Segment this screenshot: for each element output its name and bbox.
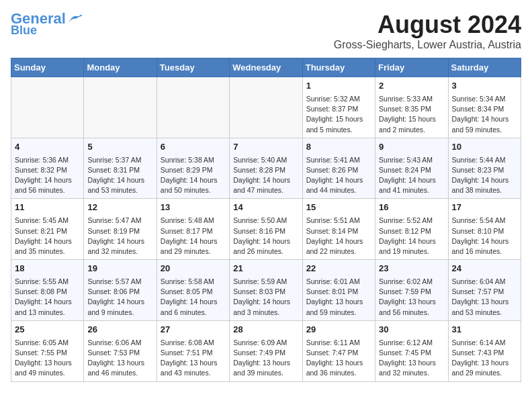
day-info: Sunrise: 5:47 AMSunset: 8:19 PMDaylight:…: [87, 216, 144, 255]
day-cell: 26Sunrise: 6:06 AMSunset: 7:53 PMDayligh…: [84, 320, 157, 381]
header-tuesday: Tuesday: [157, 58, 229, 77]
day-info: Sunrise: 5:33 AMSunset: 8:35 PMDaylight:…: [379, 95, 436, 134]
day-info: Sunrise: 6:09 AMSunset: 7:49 PMDaylight:…: [233, 338, 290, 377]
day-info: Sunrise: 5:37 AMSunset: 8:31 PMDaylight:…: [87, 156, 144, 195]
day-number: 21: [233, 263, 298, 275]
header-friday: Friday: [375, 58, 448, 77]
day-info: Sunrise: 6:05 AMSunset: 7:55 PMDaylight:…: [15, 338, 72, 377]
header-thursday: Thursday: [302, 58, 375, 77]
day-cell: 24Sunrise: 6:04 AMSunset: 7:57 PMDayligh…: [448, 260, 521, 321]
day-info: Sunrise: 5:32 AMSunset: 8:37 PMDaylight:…: [306, 95, 363, 134]
day-cell: 22Sunrise: 6:01 AMSunset: 8:01 PMDayligh…: [302, 260, 375, 321]
day-cell: [11, 77, 84, 138]
day-cell: 11Sunrise: 5:45 AMSunset: 8:21 PMDayligh…: [11, 199, 84, 260]
day-number: 9: [379, 141, 444, 154]
day-cell: 30Sunrise: 6:12 AMSunset: 7:45 PMDayligh…: [375, 320, 448, 381]
day-info: Sunrise: 5:43 AMSunset: 8:24 PMDaylight:…: [379, 156, 436, 195]
week-row-1: 1Sunrise: 5:32 AMSunset: 8:37 PMDaylight…: [11, 77, 521, 138]
day-info: Sunrise: 5:45 AMSunset: 8:21 PMDaylight:…: [15, 216, 72, 255]
day-info: Sunrise: 5:51 AMSunset: 8:14 PMDaylight:…: [306, 216, 363, 255]
day-info: Sunrise: 6:08 AMSunset: 7:51 PMDaylight:…: [161, 338, 218, 377]
day-cell: 3Sunrise: 5:34 AMSunset: 8:34 PMDaylight…: [448, 77, 521, 138]
week-row-5: 25Sunrise: 6:05 AMSunset: 7:55 PMDayligh…: [11, 320, 521, 381]
week-row-3: 11Sunrise: 5:45 AMSunset: 8:21 PMDayligh…: [11, 199, 521, 260]
day-number: 23: [379, 263, 444, 275]
day-cell: 6Sunrise: 5:38 AMSunset: 8:29 PMDaylight…: [157, 138, 229, 199]
day-number: 16: [379, 201, 444, 214]
header-sunday: Sunday: [11, 58, 84, 77]
day-number: 22: [306, 263, 371, 275]
day-info: Sunrise: 5:48 AMSunset: 8:17 PMDaylight:…: [161, 216, 218, 255]
day-number: 29: [306, 324, 371, 336]
day-number: 1: [306, 80, 371, 93]
day-cell: 5Sunrise: 5:37 AMSunset: 8:31 PMDaylight…: [84, 138, 157, 199]
day-number: 6: [161, 141, 226, 154]
week-row-2: 4Sunrise: 5:36 AMSunset: 8:32 PMDaylight…: [11, 138, 521, 199]
day-number: 13: [161, 201, 226, 214]
header-monday: Monday: [84, 58, 157, 77]
day-number: 5: [87, 141, 152, 154]
day-info: Sunrise: 5:52 AMSunset: 8:12 PMDaylight:…: [379, 216, 436, 255]
day-number: 12: [87, 201, 152, 214]
logo: General Blue: [11, 11, 82, 38]
day-number: 2: [379, 80, 444, 93]
header-row: SundayMondayTuesdayWednesdayThursdayFrid…: [11, 58, 521, 77]
day-number: 25: [15, 324, 80, 336]
day-cell: 23Sunrise: 6:02 AMSunset: 7:59 PMDayligh…: [375, 260, 448, 321]
logo-blue: Blue: [11, 24, 37, 38]
day-cell: 27Sunrise: 6:08 AMSunset: 7:51 PMDayligh…: [157, 320, 229, 381]
day-number: 8: [306, 141, 371, 154]
day-info: Sunrise: 6:01 AMSunset: 8:01 PMDaylight:…: [306, 277, 363, 316]
week-row-4: 18Sunrise: 5:55 AMSunset: 8:08 PMDayligh…: [11, 260, 521, 321]
day-info: Sunrise: 5:55 AMSunset: 8:08 PMDaylight:…: [15, 277, 72, 316]
day-cell: 8Sunrise: 5:41 AMSunset: 8:26 PMDaylight…: [302, 138, 375, 199]
calendar-table: SundayMondayTuesdayWednesdayThursdayFrid…: [11, 58, 521, 382]
day-info: Sunrise: 5:41 AMSunset: 8:26 PMDaylight:…: [306, 156, 363, 195]
calendar-body: 1Sunrise: 5:32 AMSunset: 8:37 PMDaylight…: [11, 77, 521, 382]
day-info: Sunrise: 6:06 AMSunset: 7:53 PMDaylight:…: [87, 338, 144, 377]
title-area: August 2024 Gross-Siegharts, Lower Austr…: [334, 11, 521, 51]
day-info: Sunrise: 6:02 AMSunset: 7:59 PMDaylight:…: [379, 277, 436, 316]
day-info: Sunrise: 6:14 AMSunset: 7:43 PMDaylight:…: [452, 338, 509, 377]
page-title: August 2024: [334, 11, 521, 39]
day-cell: 28Sunrise: 6:09 AMSunset: 7:49 PMDayligh…: [230, 320, 302, 381]
day-number: 11: [15, 201, 80, 214]
day-number: 15: [306, 201, 371, 214]
day-info: Sunrise: 5:57 AMSunset: 8:06 PMDaylight:…: [87, 277, 144, 316]
day-cell: [230, 77, 302, 138]
day-number: 10: [452, 141, 517, 154]
day-number: 4: [15, 141, 80, 154]
day-cell: 16Sunrise: 5:52 AMSunset: 8:12 PMDayligh…: [375, 199, 448, 260]
day-cell: 13Sunrise: 5:48 AMSunset: 8:17 PMDayligh…: [157, 199, 229, 260]
header-saturday: Saturday: [448, 58, 521, 77]
day-cell: 31Sunrise: 6:14 AMSunset: 7:43 PMDayligh…: [448, 320, 521, 381]
day-info: Sunrise: 5:38 AMSunset: 8:29 PMDaylight:…: [161, 156, 218, 195]
header: General Blue August 2024 Gross-Siegharts…: [11, 11, 521, 51]
day-info: Sunrise: 6:11 AMSunset: 7:47 PMDaylight:…: [306, 338, 363, 377]
day-info: Sunrise: 5:50 AMSunset: 8:16 PMDaylight:…: [233, 216, 290, 255]
day-number: 18: [15, 263, 80, 275]
day-cell: 19Sunrise: 5:57 AMSunset: 8:06 PMDayligh…: [84, 260, 157, 321]
day-info: Sunrise: 5:36 AMSunset: 8:32 PMDaylight:…: [15, 156, 72, 195]
day-info: Sunrise: 5:59 AMSunset: 8:03 PMDaylight:…: [233, 277, 290, 316]
day-info: Sunrise: 5:34 AMSunset: 8:34 PMDaylight:…: [452, 95, 509, 134]
day-number: 3: [452, 80, 517, 93]
header-wednesday: Wednesday: [230, 58, 302, 77]
day-cell: 29Sunrise: 6:11 AMSunset: 7:47 PMDayligh…: [302, 320, 375, 381]
day-number: 28: [233, 324, 298, 336]
day-number: 24: [452, 263, 517, 275]
day-info: Sunrise: 5:54 AMSunset: 8:10 PMDaylight:…: [452, 216, 509, 255]
day-cell: 15Sunrise: 5:51 AMSunset: 8:14 PMDayligh…: [302, 199, 375, 260]
day-number: 30: [379, 324, 444, 336]
day-info: Sunrise: 6:12 AMSunset: 7:45 PMDaylight:…: [379, 338, 436, 377]
calendar-header: SundayMondayTuesdayWednesdayThursdayFrid…: [11, 58, 521, 77]
day-cell: [157, 77, 229, 138]
day-number: 7: [233, 141, 298, 154]
day-cell: [84, 77, 157, 138]
day-number: 27: [161, 324, 226, 336]
day-cell: 14Sunrise: 5:50 AMSunset: 8:16 PMDayligh…: [230, 199, 302, 260]
day-cell: 12Sunrise: 5:47 AMSunset: 8:19 PMDayligh…: [84, 199, 157, 260]
day-cell: 17Sunrise: 5:54 AMSunset: 8:10 PMDayligh…: [448, 199, 521, 260]
day-number: 14: [233, 201, 298, 214]
logo-bird-icon: [67, 13, 82, 24]
